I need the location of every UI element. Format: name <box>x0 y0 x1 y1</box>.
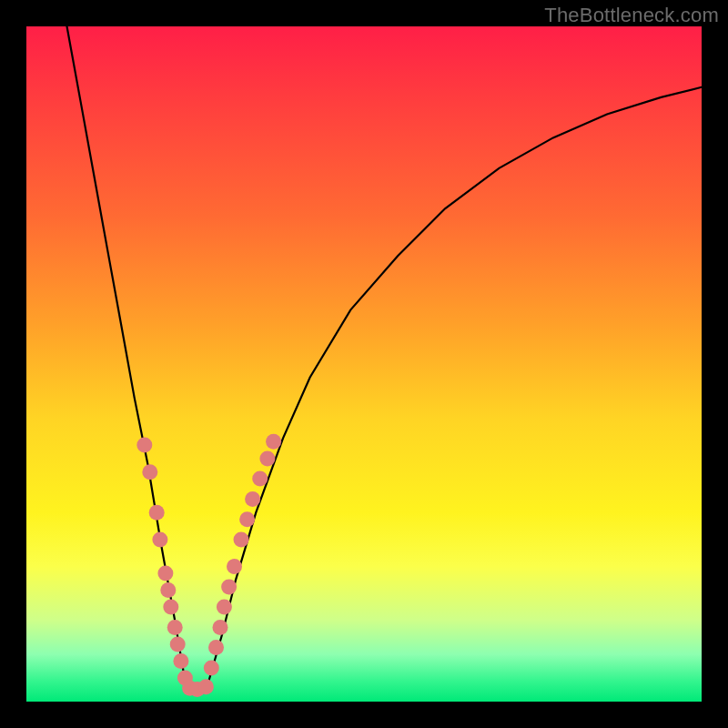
marker-point <box>221 579 237 594</box>
marker-point <box>239 511 255 527</box>
chart-frame: TheBottleneck.com <box>0 0 728 728</box>
watermark-text: TheBottleneck.com <box>544 4 719 27</box>
marker-point <box>149 505 165 521</box>
marker-point <box>152 531 167 547</box>
marker-point <box>173 653 188 669</box>
marker-point <box>136 438 152 453</box>
marker-point <box>170 636 186 652</box>
marker-point <box>227 559 242 574</box>
marker-point <box>160 582 176 598</box>
highlighted-points <box>136 434 281 697</box>
marker-point <box>252 471 268 487</box>
marker-point <box>266 434 281 450</box>
marker-point <box>142 464 157 480</box>
marker-point <box>259 450 275 466</box>
marker-point <box>163 600 178 615</box>
marker-point <box>198 679 214 694</box>
marker-point <box>204 660 219 675</box>
marker-point <box>213 620 228 635</box>
marker-point <box>157 566 173 581</box>
marker-point <box>217 600 232 615</box>
marker-point <box>234 531 249 547</box>
marker-point <box>167 620 183 635</box>
plot-area <box>26 26 702 702</box>
chart-svg <box>26 26 702 702</box>
marker-point <box>208 640 224 655</box>
marker-point <box>245 491 260 507</box>
